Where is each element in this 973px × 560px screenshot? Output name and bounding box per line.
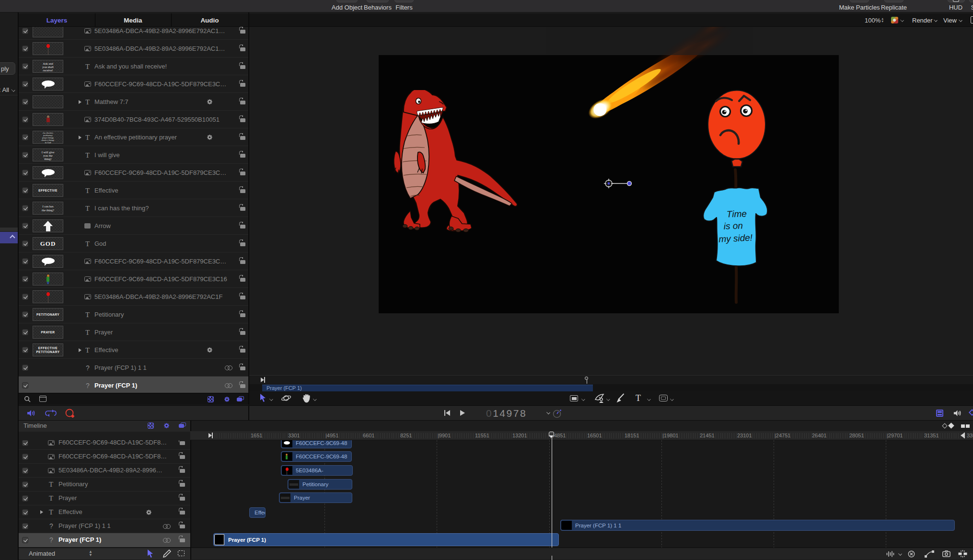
svg-text:Time: Time — [726, 208, 747, 219]
svg-text:my side!: my side! — [718, 232, 753, 244]
svg-text:is on: is on — [723, 220, 743, 231]
